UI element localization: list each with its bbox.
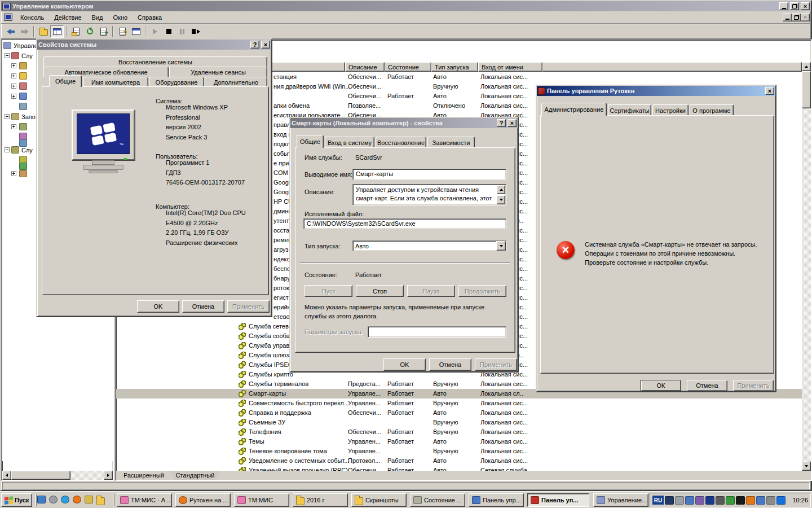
scroll-up-button[interactable] (802, 62, 811, 71)
truck-icon[interactable] (685, 496, 694, 505)
description-textarea[interactable]: Управляет доступом к устройствам чтения … (352, 184, 506, 205)
startup-type-combobox[interactable]: Авто (352, 240, 506, 251)
network-icon[interactable] (756, 496, 765, 505)
child-restore-button[interactable] (792, 14, 801, 21)
task-button-3[interactable]: ТМ:МИС (234, 493, 289, 507)
description-scroll-up[interactable] (497, 185, 505, 194)
column-header-logon-as[interactable]: Вход от имени (478, 62, 542, 72)
dialog-titlebar[interactable]: Смарт-карты (Локальный компьютер) - свой… (290, 118, 518, 128)
close-button[interactable]: × (801, 2, 810, 10)
restart-service-button[interactable] (189, 25, 202, 38)
scroll-down-button[interactable] (802, 462, 811, 471)
startup-params-input[interactable] (368, 326, 506, 338)
column-header-startup-type[interactable]: Тип запуска (431, 62, 478, 72)
stop-button[interactable]: Стоп (356, 285, 404, 297)
service-row-Совместимость быстрого перекл...[interactable]: Совместимость быстрого перекл...Управлен… (116, 398, 802, 408)
tab-logon[interactable]: Вход в систему (325, 137, 374, 148)
tab-extended-view[interactable]: Расширенный (118, 471, 169, 480)
tool-icon[interactable] (675, 496, 684, 505)
task-button-9[interactable]: Управление... (593, 493, 648, 507)
language-indicator[interactable]: RU (652, 496, 664, 505)
menu-item-4[interactable]: Справка (133, 12, 167, 23)
tab-computer-name[interactable]: Имя компьютера (83, 77, 148, 87)
service-row-Удаленный вызов процедур (RPC)[interactable]: Удаленный вызов процедур (RPC)Обеспечи..… (116, 466, 802, 471)
tree-horizontal-scrollbar[interactable] (2, 471, 113, 480)
tab-about[interactable]: О программе (690, 104, 734, 116)
ok-button[interactable]: ОК (641, 380, 681, 391)
expand-icon[interactable] (11, 63, 16, 68)
task-button-6[interactable]: Состояние ... (410, 493, 465, 507)
service-row-Темы[interactable]: ТемыУправлен...РаботаетАвтоЛокальная сис… (116, 437, 802, 446)
start-button[interactable]: Пуск (1, 493, 32, 507)
task-button-1[interactable]: ТМ:МИС - А... (117, 493, 172, 507)
eye-icon[interactable] (665, 496, 674, 505)
collapse-icon[interactable] (5, 53, 10, 58)
menu-item-2[interactable]: Вид (87, 12, 108, 23)
gear-icon[interactable] (716, 496, 725, 505)
refresh-button[interactable] (83, 25, 96, 38)
expand-icon[interactable] (11, 124, 16, 129)
forward-button[interactable] (17, 25, 31, 38)
tab-administration[interactable]: Администрирование (541, 103, 607, 116)
scrollbar-thumb[interactable] (802, 71, 811, 108)
outlook-express-icon[interactable] (37, 496, 46, 503)
ok-button[interactable]: OK (383, 358, 426, 371)
menu-item-0[interactable]: Консоль (15, 12, 49, 23)
scroll-left-button[interactable] (2, 471, 11, 480)
pause-service-button[interactable] (175, 25, 189, 38)
service-row-Уведомление о системных событ...[interactable]: Уведомление о системных событ...Протокол… (116, 456, 802, 466)
tab-dependencies[interactable]: Зависимости (427, 137, 475, 148)
close-button[interactable]: × (765, 87, 774, 95)
expand-icon[interactable] (11, 171, 16, 176)
task-button-2[interactable]: Рутокен на ... (175, 493, 231, 507)
service-row-Теневое копирование тома[interactable]: Теневое копирование томаУправляе...Вручн… (116, 446, 802, 456)
display-name-input[interactable]: Смарт-карты (352, 169, 506, 180)
tab-hardware[interactable]: Оборудование (149, 77, 204, 87)
combo-dropdown-button[interactable] (496, 241, 506, 251)
collapse-icon[interactable] (5, 147, 10, 152)
cancel-button[interactable]: Отмена (687, 380, 727, 391)
close-button[interactable]: × (508, 119, 517, 127)
tab-general[interactable]: Общие (297, 135, 324, 148)
messenger-icon[interactable] (776, 496, 785, 505)
tab-certificates[interactable]: Сертификаты (608, 104, 651, 116)
apply-button[interactable]: Применить (475, 358, 517, 371)
export-list-button[interactable] (96, 25, 110, 38)
up-folder-button[interactable] (37, 25, 50, 38)
shared-docs-icon[interactable] (85, 496, 93, 503)
window-view-button[interactable] (129, 25, 143, 38)
clock[interactable]: 10:26 (792, 497, 808, 503)
child-minimize-button[interactable] (783, 14, 792, 21)
scrollbar-track[interactable] (70, 471, 104, 480)
list-vertical-scrollbar[interactable] (802, 62, 811, 471)
tab-recovery[interactable]: Восстановление (376, 137, 426, 148)
help-button[interactable]: ? (497, 119, 506, 127)
back-button[interactable] (4, 25, 17, 38)
column-header-blank[interactable] (542, 62, 802, 72)
expand-icon[interactable] (11, 73, 16, 78)
black-box-icon[interactable] (736, 496, 745, 505)
service-row-Съемные ЗУ[interactable]: Съемные ЗУВручнуюЛокальная сис... (116, 418, 802, 427)
column-header-description[interactable]: Описание (345, 62, 385, 72)
disc-icon[interactable] (49, 496, 58, 503)
help-button[interactable] (116, 25, 129, 38)
close-button[interactable]: × (261, 41, 270, 49)
continue-button[interactable]: Продолжить (458, 285, 506, 297)
start-button[interactable]: Пуск (304, 285, 352, 297)
minimize-button[interactable] (779, 2, 788, 10)
apply-button[interactable]: Применить (733, 380, 774, 391)
tab-advanced[interactable]: Дополнительно (205, 77, 267, 87)
ok-button[interactable]: OK (137, 300, 179, 313)
task-button-8[interactable]: Панель уп... (527, 493, 589, 507)
description-scroll-down[interactable] (497, 195, 505, 204)
pause-button[interactable]: Пауза (407, 285, 455, 297)
orange-box-icon[interactable] (746, 496, 755, 505)
tab-system-restore[interactable]: Восстановление системы (43, 56, 267, 67)
column-header-status[interactable]: Состояние (385, 62, 431, 72)
collapse-icon[interactable] (5, 114, 10, 119)
start-service-button[interactable] (148, 25, 162, 38)
stop-service-button[interactable] (162, 25, 175, 38)
window-titlebar[interactable]: Панель управления Рутокен × (537, 86, 775, 96)
tab-settings[interactable]: Настройки (652, 104, 689, 116)
help-button[interactable]: ? (250, 41, 259, 49)
